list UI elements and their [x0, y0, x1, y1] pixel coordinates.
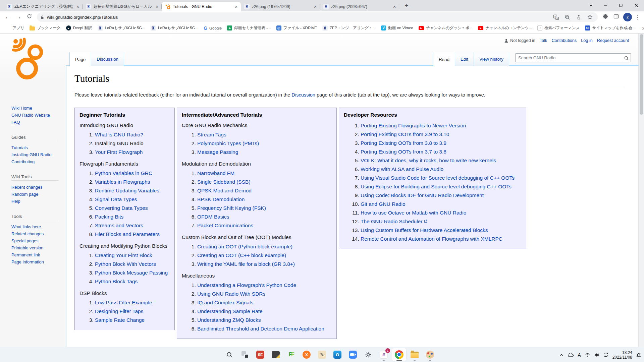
- tray-cloud[interactable]: [567, 353, 574, 357]
- taskbar-outlook[interactable]: O: [330, 348, 345, 361]
- address-bar[interactable]: wiki.gnuradio.org/index.php/Tutorials Aa: [37, 12, 598, 22]
- taskbar-tools[interactable]: [361, 348, 376, 361]
- taskbar-ffftp[interactable]: FF: [284, 348, 299, 361]
- bookmarks-overflow-icon[interactable]: »: [639, 25, 644, 31]
- restore-button[interactable]: [613, 0, 629, 11]
- sidebar-link[interactable]: Help: [11, 198, 63, 205]
- extensions-icon[interactable]: [600, 12, 610, 22]
- taskbar-pen[interactable]: ✎: [315, 348, 329, 361]
- tab-close-icon[interactable]: ×: [75, 4, 80, 9]
- scrollbar[interactable]: [638, 34, 644, 347]
- sidebar-link[interactable]: FAQ: [11, 119, 63, 126]
- tab-read[interactable]: Read: [433, 52, 455, 66]
- tutorial-link[interactable]: How to use Octave or Matlab with GNU Rad…: [361, 210, 466, 216]
- taskbar-chrome[interactable]: [392, 348, 407, 361]
- bookmark-item[interactable]: ◔検索パフォーマンス: [535, 24, 582, 32]
- bookmark-item[interactable]: ▶チャンネルのダッシュボ...: [416, 24, 475, 32]
- tutorial-link[interactable]: Python Block Tags: [95, 279, 138, 284]
- tutorial-link[interactable]: Using Custom Buffers for Hardware Accele…: [361, 227, 488, 233]
- tutorial-link[interactable]: IQ and Complex Signals: [197, 300, 253, 305]
- browser-tab[interactable]: Tutorials - GNU Radio×: [162, 2, 241, 11]
- profile-avatar[interactable]: Z: [623, 13, 632, 21]
- scrollbar-thumb[interactable]: [640, 34, 643, 115]
- tray-sync[interactable]: [603, 352, 609, 357]
- sidebar-link[interactable]: What links here: [11, 223, 63, 230]
- tutorial-link[interactable]: Understanding ZMQ Blocks: [197, 317, 261, 323]
- sidebar-link[interactable]: Random page: [11, 191, 63, 198]
- bookmark-item[interactable]: SEサイトマップを作成-自...: [583, 24, 638, 32]
- tab-close-icon[interactable]: ×: [154, 4, 160, 9]
- notification-bell-icon[interactable]: z: [636, 352, 641, 358]
- tray-ime[interactable]: A: [578, 352, 581, 358]
- tutorial-link[interactable]: Runtime Updating Variables: [95, 188, 159, 193]
- back-button[interactable]: ←: [3, 12, 13, 22]
- bookmark-item[interactable]: アプリ: [3, 24, 26, 32]
- sidebar-link[interactable]: Page information: [11, 258, 63, 265]
- tray-chevup[interactable]: [559, 354, 564, 356]
- tab-discussion[interactable]: Discussion: [91, 52, 124, 66]
- tutorial-link[interactable]: Remote Control and Automation of Flowgra…: [361, 236, 502, 242]
- tutorial-link[interactable]: Python Variables in GRC: [95, 170, 152, 176]
- minimize-button[interactable]: [598, 0, 613, 11]
- bookmark-item[interactable]: V動画 on Vimeo: [379, 24, 416, 32]
- tutorial-link[interactable]: Hier Blocks and Parameters: [95, 231, 160, 237]
- tutorial-link[interactable]: Python Block Message Passing: [95, 270, 168, 276]
- sidebar-link[interactable]: Contributing: [11, 158, 63, 165]
- bookmark-star-icon[interactable]: [586, 13, 594, 21]
- tutorial-link[interactable]: Using Code::Blocks IDE for GNU Radio Dev…: [361, 192, 484, 198]
- tutorial-link[interactable]: Git and GNU Radio: [361, 201, 406, 207]
- tutorial-link[interactable]: Single Sideband (SSB): [197, 179, 251, 185]
- tutorial-link[interactable]: Understanding a Flowgraph's Python Code: [197, 282, 296, 288]
- taskbar-windows[interactable]: [207, 348, 221, 361]
- tab-search-icon[interactable]: [584, 0, 598, 11]
- tutorial-link[interactable]: Message Passing: [197, 149, 238, 155]
- tutorial-link[interactable]: Writing the YAML file for a block (GR 3.…: [197, 261, 295, 267]
- sidebar-link[interactable]: Special pages: [11, 237, 63, 244]
- sidebar-link[interactable]: Related changes: [11, 230, 63, 237]
- tutorial-link[interactable]: Creating an OOT (C++ block example): [197, 252, 286, 258]
- tutorial-link[interactable]: VOLK: What it does, why it rocks, how to…: [361, 158, 496, 163]
- tutorial-link[interactable]: Your First Flowgraph: [95, 149, 143, 155]
- taskbar-searchtk[interactable]: [222, 348, 237, 361]
- taskbar-paint[interactable]: [423, 348, 437, 361]
- tutorial-link[interactable]: Stream Tags: [197, 132, 226, 137]
- tutorial-link[interactable]: Converting Data Types: [95, 205, 148, 211]
- tutorial-link[interactable]: BPSK Demodulation: [197, 196, 245, 202]
- taskbar-dfold[interactable]: [268, 348, 283, 361]
- browser-tab[interactable]: ♜z26.png (1976×1209)×: [241, 2, 320, 11]
- tutorial-link[interactable]: Porting Existing OOTs from 3.9 to 3.10: [361, 131, 449, 137]
- bookmark-item[interactable]: ♜LoRaもサブ6GHz 5G...: [148, 24, 201, 32]
- reload-button[interactable]: [24, 12, 34, 22]
- taskbar-sered[interactable]: SE: [253, 348, 268, 361]
- tab-edit[interactable]: Edit: [455, 52, 474, 66]
- tutorial-link[interactable]: Creating Your First Block: [95, 252, 152, 258]
- bookmark-item[interactable]: ▸DeepL翻訳: [64, 24, 95, 32]
- tutorial-link[interactable]: Streams and Vectors: [95, 223, 143, 228]
- bookmark-item[interactable]: ブックマーク: [27, 24, 63, 32]
- sidebar-link[interactable]: Printable version: [11, 244, 63, 251]
- browser-tab[interactable]: ♜ZEPエンジニアリング：技術解説記事×: [3, 2, 83, 11]
- taskbar-zoomapp[interactable]: [345, 348, 360, 361]
- tab-page[interactable]: Page: [69, 52, 91, 66]
- tutorial-link[interactable]: Sample Rate Change: [95, 317, 145, 323]
- sidebar-link[interactable]: Permanent link: [11, 251, 63, 258]
- taskbar-explorer[interactable]: [407, 348, 422, 361]
- personal-link[interactable]: Talk: [540, 38, 547, 43]
- taskbar-clock[interactable]: 13:24 2022/11/08: [612, 350, 632, 360]
- tutorial-link[interactable]: Using Eclipse for Building and Source le…: [361, 184, 512, 189]
- tutorial-link[interactable]: Understanding Sample Rate: [197, 308, 263, 314]
- tray-wifi[interactable]: [585, 353, 590, 357]
- sidebar-link[interactable]: GNU Radio Website: [11, 112, 63, 119]
- tutorial-link[interactable]: Packing Bits: [95, 214, 123, 220]
- tutorial-link[interactable]: Packet Communications: [197, 223, 253, 228]
- bookmark-item[interactable]: ◎ファイル - XDRIVE: [274, 24, 319, 32]
- bookmark-item[interactable]: +録画セミナ管理表 -...: [225, 24, 273, 32]
- bookmark-item[interactable]: ♜ZEPエンジニアリング：...: [320, 24, 378, 32]
- tutorial-link[interactable]: QPSK Mod and Demod: [197, 188, 252, 193]
- side-panel-icon[interactable]: [611, 12, 621, 22]
- tutorial-link[interactable]: Polymorphic Types (PMTs): [197, 140, 259, 146]
- translate-icon[interactable]: Aa: [551, 13, 560, 21]
- sidebar-link[interactable]: Tutorials: [11, 144, 63, 151]
- tutorial-link[interactable]: What is GNU Radio?: [95, 132, 143, 137]
- search-input[interactable]: [515, 53, 631, 62]
